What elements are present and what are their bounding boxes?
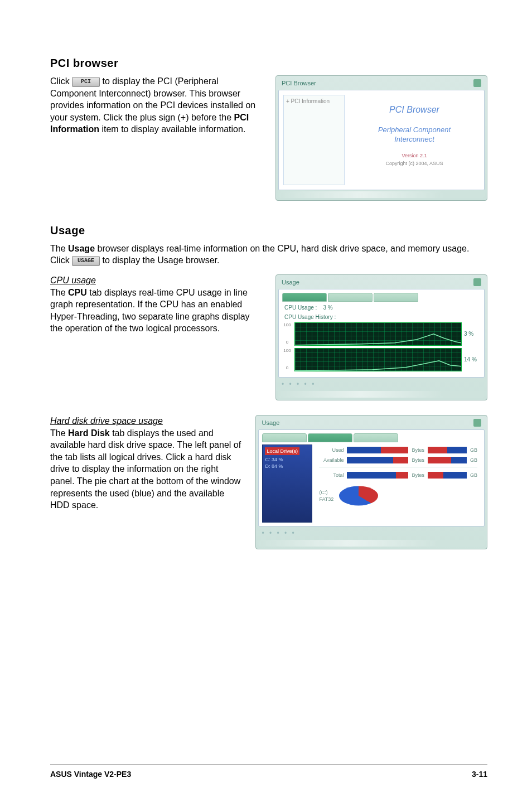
- used-unit: Bytes: [412, 447, 424, 453]
- hdd-pie-chart: [339, 482, 378, 510]
- cpu-usage-pct-top: 3 %: [323, 305, 332, 311]
- tab-cpu[interactable]: [262, 433, 307, 442]
- drive-list-panel: Local Drive(s) C: 34 % D: 84 %: [262, 445, 312, 523]
- pci-tree-root[interactable]: + PCI Information: [286, 98, 342, 105]
- tab-cpu[interactable]: [282, 293, 327, 302]
- cpu-graph2-pct: 14 %: [464, 356, 481, 364]
- window-sheen: [278, 191, 485, 198]
- hdd-usage-window: Usage Local Drive(s) C: 34 % D: 84 %: [255, 415, 487, 549]
- pie-legend-fs: FAT32: [319, 496, 333, 503]
- drive-item-c[interactable]: C: 34 %: [265, 456, 309, 463]
- cpu-history-label: CPU Usage History :: [284, 313, 481, 321]
- used-val: [428, 447, 467, 453]
- total-unit: Bytes: [412, 472, 424, 479]
- cpu-graph1-pct: 3 %: [464, 330, 481, 338]
- pie-legend-drive: (C:): [319, 489, 333, 496]
- avail-val-unit: GB: [470, 457, 477, 463]
- cpu-usage-window: Usage CPU Usage : 3 % CPU Usage History: [275, 274, 487, 400]
- pci-text-a: Click: [50, 76, 72, 86]
- pci-text-c: item to display available information.: [101, 124, 245, 134]
- drive-list-header: Local Drive(s): [265, 447, 299, 455]
- usage-intro-c: to display the Usage browser.: [103, 255, 220, 265]
- total-label: Total: [319, 472, 344, 479]
- cpu-usage-label: CPU Usage :: [284, 305, 317, 311]
- hd-divider: [319, 467, 477, 467]
- usage-button-icon: USAGE: [72, 256, 100, 266]
- window-sheen: [278, 391, 485, 398]
- used-label: Used: [319, 447, 344, 453]
- cpu-axis-0: 0: [282, 340, 292, 346]
- pci-paragraph: Click PCI to display the PCI (Peripheral…: [50, 75, 262, 136]
- close-icon[interactable]: [473, 79, 481, 87]
- window-dots: • • • • •: [258, 526, 485, 539]
- window-dots: • • • • •: [278, 378, 485, 390]
- avail-val: [428, 457, 467, 463]
- avail-bar: [347, 457, 408, 463]
- avail-unit: Bytes: [412, 457, 424, 463]
- hdd-para-bold: Hard Disk: [68, 428, 110, 438]
- hdd-win-title: Usage: [262, 419, 279, 427]
- tab-memory[interactable]: [374, 293, 418, 302]
- pci-right-title: PCI Browser: [389, 104, 439, 116]
- total-val-unit: GB: [470, 472, 477, 479]
- tab-hdd[interactable]: [328, 293, 373, 302]
- hdd-para-b: tab displays the used and available hard…: [50, 428, 241, 510]
- cpu-axis-100: 100: [282, 322, 292, 328]
- usage-intro: The Usage browser displays real-time inf…: [50, 243, 487, 267]
- cpu-para-a: The: [50, 288, 68, 297]
- pci-browser-window: PCI Browser + PCI Information PCI Browse…: [275, 75, 487, 201]
- usage-tabs: [262, 433, 481, 442]
- drive-item-d[interactable]: D: 84 %: [265, 463, 309, 470]
- total-bar: [347, 472, 408, 479]
- tab-hdd[interactable]: [308, 433, 352, 442]
- cpu-subheading: CPU usage: [50, 274, 262, 287]
- total-val: [428, 472, 467, 479]
- tab-memory[interactable]: [354, 433, 398, 442]
- used-val-unit: GB: [470, 447, 477, 453]
- cpu-win-title: Usage: [282, 278, 299, 287]
- usage-intro-a: The: [50, 244, 68, 253]
- cpu-axis-0: 0: [282, 365, 292, 371]
- pci-button-icon: PCI: [72, 77, 100, 87]
- window-sheen: [258, 540, 485, 547]
- usage-intro-bold: Usage: [68, 244, 95, 253]
- usage-heading: Usage: [50, 223, 487, 238]
- hdd-para-a: The: [50, 428, 68, 438]
- pci-right-sub-b: Interconnect: [394, 135, 434, 144]
- usage-tabs: [282, 293, 481, 302]
- close-icon[interactable]: [473, 419, 481, 427]
- used-bar: [347, 447, 408, 453]
- cpu-axis-100: 100: [282, 348, 292, 354]
- cpu-graph-2: [294, 348, 462, 371]
- hdd-subheading: Hard disk drive space usage: [50, 415, 242, 427]
- cpu-para-bold: CPU: [68, 288, 87, 297]
- pci-copyright: Copyright (c) 2004, ASUS: [385, 160, 443, 167]
- pci-heading: PCI browser: [50, 56, 487, 71]
- cpu-graph-1: [294, 322, 462, 346]
- cpu-paragraph: The CPU tab displays real-time CPU usage…: [50, 287, 262, 335]
- pci-win-title: PCI Browser: [282, 79, 316, 88]
- pci-tree-panel[interactable]: + PCI Information: [283, 95, 345, 185]
- hdd-paragraph: The Hard Disk tab displays the used and …: [50, 427, 242, 511]
- close-icon[interactable]: [473, 278, 481, 286]
- pci-version: Version 2.1: [402, 152, 427, 159]
- avail-label: Available: [319, 457, 344, 463]
- pci-right-sub-a: Peripheral Component: [378, 125, 451, 135]
